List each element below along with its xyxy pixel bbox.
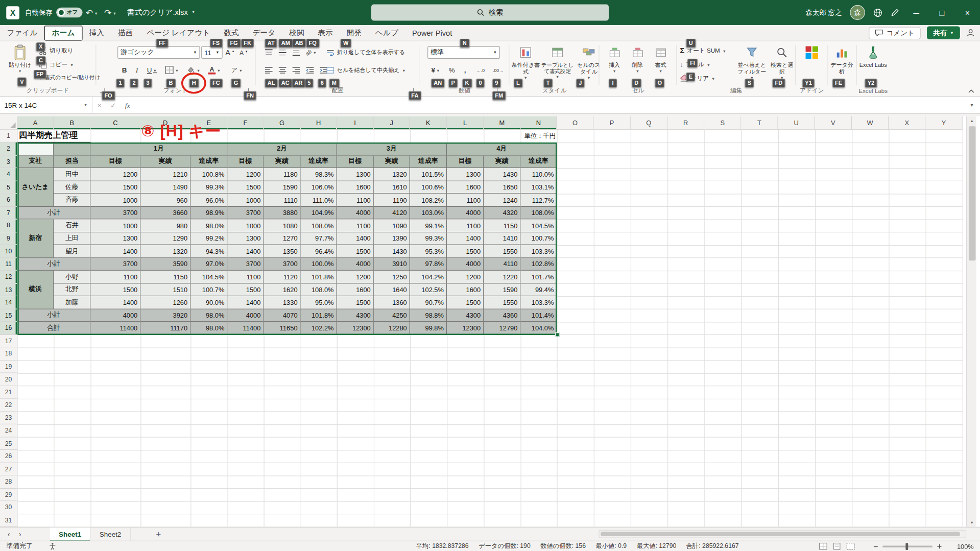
undo-button[interactable]: ↶▼: [86, 8, 98, 18]
value-cell[interactable]: 1360: [374, 296, 410, 309]
row-header-17[interactable]: 17: [0, 334, 17, 347]
target-header-cell[interactable]: 目標: [447, 155, 484, 168]
value-cell[interactable]: 98.3%: [301, 168, 337, 181]
column-header-X[interactable]: X: [889, 116, 925, 130]
subtotal-cell[interactable]: 3920: [140, 309, 190, 322]
avatar[interactable]: 森: [850, 5, 865, 20]
excel-icon[interactable]: [6, 6, 19, 19]
font-color-button[interactable]: A▼: [206, 64, 223, 76]
month-header-cell[interactable]: 4月: [447, 142, 557, 155]
subtotal-cell[interactable]: 4000: [90, 309, 140, 322]
value-cell[interactable]: 1550: [484, 296, 520, 309]
value-cell[interactable]: 1590: [484, 283, 520, 296]
tab-ページ レイアウト[interactable]: ページ レイアウト: [140, 25, 217, 41]
status-stat-平均[interactable]: 平均: 1832.837286: [416, 542, 469, 550]
value-cell[interactable]: 1400: [447, 232, 484, 245]
value-cell[interactable]: 104.5%: [190, 271, 227, 283]
month-header-cell[interactable]: 1月: [90, 142, 227, 155]
tab-ファイル[interactable]: ファイル: [0, 25, 44, 41]
horizontal-scroll-thumb[interactable]: [601, 532, 960, 536]
file-name[interactable]: 書式のクリア.xlsx▼: [127, 7, 195, 18]
value-cell[interactable]: 104.2%: [410, 271, 447, 283]
value-cell[interactable]: 94.3%: [190, 245, 227, 258]
subtotal-cell[interactable]: 4070: [264, 309, 300, 322]
underline-button[interactable]: U▼: [144, 64, 160, 76]
font-size-combo[interactable]: 11▼: [201, 46, 223, 59]
value-cell[interactable]: 1490: [140, 181, 190, 194]
column-header-R[interactable]: R: [667, 116, 704, 130]
fill-handle[interactable]: [555, 332, 559, 337]
share-button[interactable]: 共有▼: [927, 26, 960, 39]
subtotal-cell[interactable]: 101.8%: [301, 309, 337, 322]
person-cell[interactable]: 望月: [54, 245, 90, 258]
row-header-21[interactable]: 21: [0, 386, 17, 399]
total-cell[interactable]: 12300: [337, 322, 374, 334]
value-cell[interactable]: 1500: [447, 245, 484, 258]
value-cell[interactable]: 1610: [374, 181, 410, 194]
value-cell[interactable]: 1330: [264, 296, 300, 309]
column-header-H[interactable]: H: [301, 116, 337, 130]
subtotal-cell[interactable]: 98.0%: [190, 309, 227, 322]
value-cell[interactable]: 1000: [90, 220, 140, 232]
formula-bar-expand-icon[interactable]: ▼: [964, 103, 980, 107]
subtotal-cell[interactable]: 101.4%: [520, 309, 557, 322]
row-header-24[interactable]: 24: [0, 424, 17, 437]
target-header-cell[interactable]: 目標: [90, 155, 140, 168]
value-cell[interactable]: 1430: [484, 168, 520, 181]
value-cell[interactable]: 103.3%: [520, 245, 557, 258]
column-header-J[interactable]: J: [374, 116, 410, 130]
branch-cell[interactable]: 横浜: [17, 271, 54, 309]
subtotal-cell[interactable]: 4000: [227, 309, 264, 322]
actual-header-cell[interactable]: 実績: [264, 155, 300, 168]
scroll-down-icon[interactable]: ▼: [967, 518, 977, 527]
value-cell[interactable]: 1260: [140, 296, 190, 309]
subtotal-cell[interactable]: 3700: [90, 258, 140, 271]
total-cell[interactable]: 11400: [90, 322, 140, 334]
align-top-button[interactable]: [262, 46, 275, 59]
person-cell[interactable]: 斉藤: [54, 194, 90, 206]
status-stat-最大値[interactable]: 最大値: 12790: [637, 542, 677, 550]
value-cell[interactable]: 1080: [264, 220, 300, 232]
row-header-20[interactable]: 20: [0, 373, 17, 386]
value-cell[interactable]: 1400: [227, 296, 264, 309]
value-cell[interactable]: 100.7%: [190, 283, 227, 296]
target-header-cell[interactable]: 目標: [337, 155, 374, 168]
value-cell[interactable]: 1120: [264, 271, 300, 283]
status-stat-データの個数[interactable]: データの個数: 190: [479, 542, 531, 550]
formula-input[interactable]: [135, 97, 964, 113]
align-center-button[interactable]: [276, 64, 289, 76]
total-cell[interactable]: 98.0%: [190, 322, 227, 334]
value-cell[interactable]: 1180: [264, 168, 300, 181]
total-cell[interactable]: 102.2%: [301, 322, 337, 334]
value-cell[interactable]: 1300: [90, 232, 140, 245]
enter-icon[interactable]: ✓: [106, 101, 120, 109]
value-cell[interactable]: 90.0%: [190, 296, 227, 309]
value-cell[interactable]: 1390: [374, 232, 410, 245]
row-header-8[interactable]: 8: [0, 220, 17, 232]
rate-header-cell[interactable]: 達成率: [520, 155, 557, 168]
value-cell[interactable]: 1220: [484, 271, 520, 283]
subtotal-cell[interactable]: 102.8%: [520, 258, 557, 271]
actual-header-cell[interactable]: 実績: [484, 155, 520, 168]
value-cell[interactable]: 1320: [374, 168, 410, 181]
subtotal-cell[interactable]: 104.9%: [301, 206, 337, 219]
value-cell[interactable]: 1100: [447, 194, 484, 206]
person-cell[interactable]: 小野: [54, 271, 90, 283]
value-cell[interactable]: 101.8%: [301, 271, 337, 283]
total-cell[interactable]: 12790: [484, 322, 520, 334]
subtotal-cell[interactable]: 4300: [337, 309, 374, 322]
value-cell[interactable]: 100.6%: [410, 181, 447, 194]
tab-ホーム[interactable]: ホーム: [44, 26, 82, 40]
subtotal-cell[interactable]: 103.0%: [410, 206, 447, 219]
value-cell[interactable]: 960: [140, 194, 190, 206]
column-header-V[interactable]: V: [815, 116, 852, 130]
subtotal-cell[interactable]: 97.8%: [410, 258, 447, 271]
row-header-16[interactable]: 16: [0, 322, 17, 334]
value-cell[interactable]: 1200: [447, 271, 484, 283]
subtotal-cell[interactable]: 3700: [227, 258, 264, 271]
row-header-2[interactable]: 2: [0, 142, 17, 155]
branch-cell[interactable]: さいたま: [17, 168, 54, 206]
total-cell[interactable]: 104.0%: [520, 322, 557, 334]
unit-cell[interactable]: 単位：千円: [520, 130, 557, 142]
person-icon[interactable]: [966, 29, 975, 37]
